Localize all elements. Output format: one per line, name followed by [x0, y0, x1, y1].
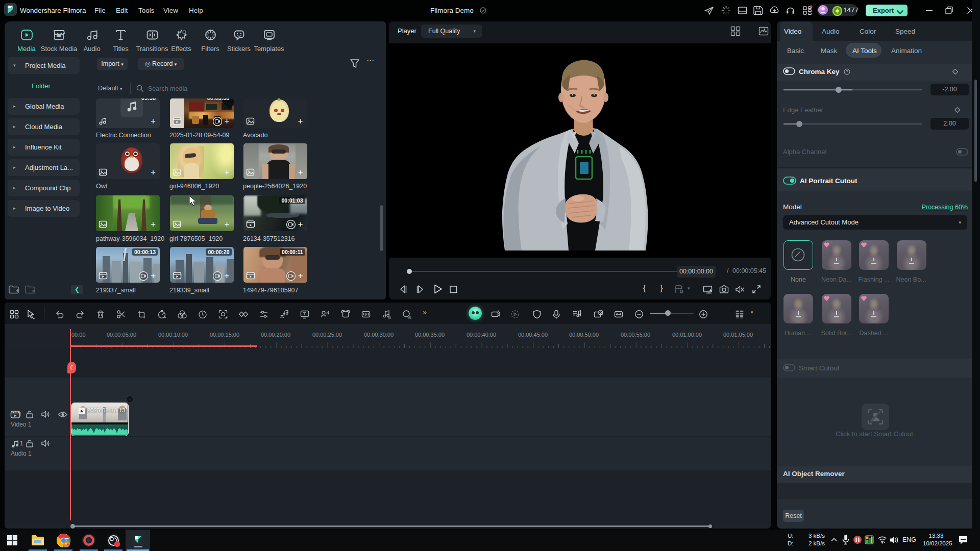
svg-text:AI: AI — [408, 316, 411, 319]
svg-text:AI: AI — [388, 316, 391, 319]
